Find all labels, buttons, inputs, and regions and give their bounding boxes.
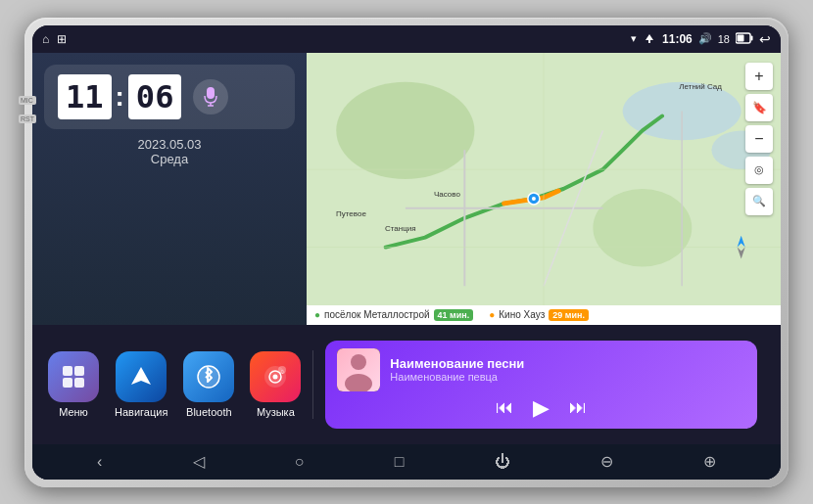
battery-icon (736, 32, 753, 46)
status-bar: ⌂ ⊞ ▾ 11:06 🔊 18 ↩ (32, 25, 781, 53)
status-left-icons: ⌂ ⊞ (42, 32, 67, 46)
app-item-music[interactable]: ♫ Музыка (250, 351, 301, 418)
bookmark-button[interactable]: 🔖 (745, 94, 773, 121)
zoom-in-button[interactable]: + (745, 63, 773, 90)
wifi-icon: ▾ (631, 32, 637, 45)
nav-app-icon (116, 351, 167, 402)
music-player: Наименование песни Наименование певца ⏮ … (325, 341, 757, 429)
svg-rect-26 (74, 378, 84, 388)
dest2-dot: ● (489, 309, 495, 320)
device-frame: MIC RST ⌂ ⊞ ▾ 11:06 🔊 18 (24, 18, 789, 487)
left-panel: 11 : 06 (32, 53, 307, 325)
dest2-time: 29 мин. (549, 309, 589, 321)
nav-power-button[interactable]: ⏻ (487, 449, 518, 475)
dest1-label: посёлок Металлострой (324, 309, 430, 320)
album-art (337, 348, 380, 391)
mic-label: MIC (19, 96, 36, 105)
menu-label: Меню (59, 406, 88, 418)
location-button[interactable]: ◎ (745, 157, 773, 184)
clock-digits: 11 : 06 (58, 74, 181, 119)
svg-rect-24 (74, 366, 84, 376)
nav-label: Навигация (115, 406, 167, 418)
svg-point-10 (336, 81, 474, 178)
music-top: Наименование песни Наименование певца (337, 348, 745, 391)
svg-marker-27 (131, 367, 151, 385)
status-right: ▾ 11:06 🔊 18 ↩ (631, 31, 771, 47)
signal-icon (643, 32, 656, 46)
music-info: Наименование песни Наименование певца (390, 356, 745, 383)
map-info-bar: ● посёлок Металлострой 41 мин. ● Кино Ха… (307, 305, 781, 325)
svg-rect-0 (648, 40, 650, 43)
svg-rect-4 (207, 87, 215, 99)
map-panel[interactable]: Путевое Станция Часово Летний Сад + 🔖 − … (307, 53, 781, 325)
town-label-1: Путевое (336, 209, 366, 218)
nav-plus-button[interactable]: ⊕ (695, 448, 724, 475)
nav-bar: ‹ ◁ ○ □ ⏻ ⊖ ⊕ (32, 444, 781, 480)
vertical-divider (312, 350, 313, 419)
town-label-4: Летний Сад (679, 82, 722, 91)
town-label-3: Часово (434, 190, 460, 199)
destination-2: ● Кино Хауз 29 мин. (489, 309, 589, 321)
dest1-dot: ● (314, 309, 320, 320)
album-art-inner (337, 348, 380, 391)
nav-android-back[interactable]: ◁ (185, 448, 213, 475)
artist-name: Наименование певца (390, 371, 745, 383)
svg-text:♫: ♫ (280, 368, 285, 374)
side-buttons: MIC RST (19, 96, 36, 123)
volume-icon: 🔊 (698, 32, 712, 45)
svg-point-11 (593, 189, 692, 266)
play-button[interactable]: ▶ (533, 395, 550, 421)
song-title: Наименование песни (390, 356, 745, 371)
day-display: Среда (44, 152, 295, 166)
svg-rect-25 (63, 378, 72, 388)
dest2-label: Кино Хауз (499, 309, 545, 320)
time-display: 11:06 (662, 32, 693, 46)
clock-hour: 11 (58, 74, 112, 119)
rst-label: RST (19, 115, 36, 123)
apps-row: Меню Навигация (32, 325, 781, 444)
menu-app-icon (48, 351, 99, 402)
svg-rect-2 (751, 35, 753, 40)
svg-point-36 (351, 354, 366, 370)
clock-widget: 11 : 06 (44, 65, 295, 129)
prev-button[interactable]: ⏮ (496, 397, 513, 418)
svg-point-22 (532, 196, 536, 200)
map-controls: + 🔖 − ◎ 🔍 (745, 63, 773, 215)
map-background: Путевое Станция Часово Летний Сад + 🔖 − … (307, 53, 781, 325)
bottom-area: Меню Навигация (32, 325, 781, 480)
svg-point-31 (273, 374, 278, 379)
clock-minute: 06 (128, 74, 182, 119)
dest1-time: 41 мин. (434, 309, 474, 321)
svg-rect-23 (63, 366, 72, 376)
svg-rect-3 (738, 34, 744, 41)
mic-area (189, 75, 232, 118)
main-content: 11 : 06 (32, 53, 781, 325)
town-label-2: Станция (385, 224, 416, 233)
next-button[interactable]: ⏭ (569, 397, 587, 418)
bt-label: Bluetooth (186, 406, 231, 418)
back-arrow-icon[interactable]: ↩ (759, 31, 771, 47)
destination-1: ● посёлок Металлострой 41 мин. (314, 309, 473, 321)
date-widget: 2023.05.03 Среда (44, 137, 295, 166)
app-icons-left: Меню Навигация (48, 351, 301, 418)
app-item-nav[interactable]: Навигация (115, 351, 167, 418)
date-display: 2023.05.03 (44, 137, 295, 152)
clock-separator: : (116, 81, 124, 113)
mic-button[interactable] (193, 79, 228, 115)
nav-recent-button[interactable]: □ (387, 449, 412, 475)
screen: ⌂ ⊞ ▾ 11:06 🔊 18 ↩ (32, 25, 781, 480)
battery-value: 18 (718, 33, 730, 45)
app-item-bluetooth[interactable]: Bluetooth (183, 351, 234, 418)
app-item-menu[interactable]: Меню (48, 351, 99, 418)
home-icon[interactable]: ⌂ (42, 32, 49, 46)
nav-minus-button[interactable]: ⊖ (593, 448, 621, 475)
zoom-out-button[interactable]: − (745, 125, 773, 153)
house-icon[interactable]: ⊞ (57, 32, 67, 46)
music-app-icon: ♫ (250, 351, 301, 402)
search-map-button[interactable]: 🔍 (745, 188, 773, 215)
nav-home-button[interactable]: ○ (287, 449, 312, 475)
music-label: Музыка (257, 406, 295, 418)
bt-app-icon (183, 351, 234, 402)
nav-back-button[interactable]: ‹ (89, 449, 110, 475)
music-controls: ⏮ ▶ ⏭ (337, 395, 745, 421)
